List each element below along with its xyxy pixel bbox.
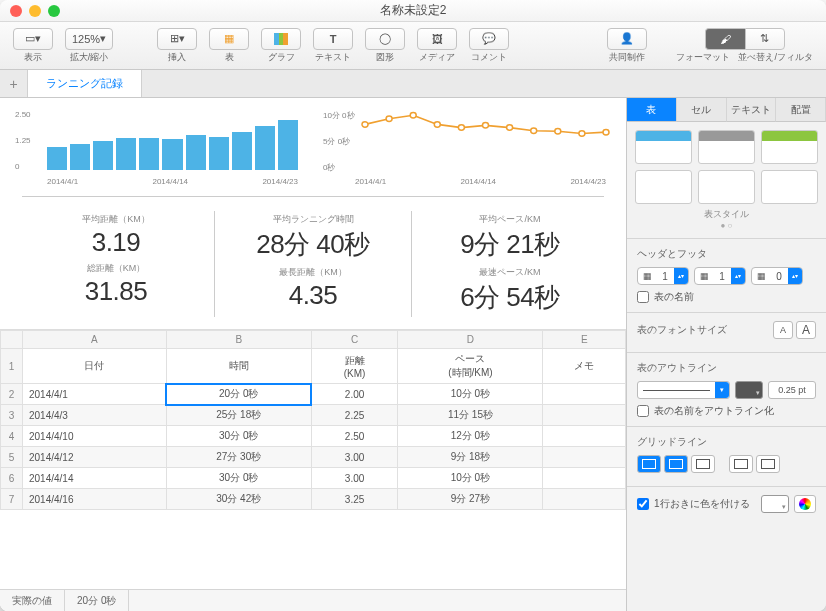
table-button[interactable]: ▦ — [209, 28, 249, 50]
style-thumb[interactable] — [635, 130, 692, 164]
spreadsheet[interactable]: ABCDE1日付時間距離 (KM)ペース (時間/KM)メモ22014/4/12… — [0, 329, 626, 589]
footer-bar: 実際の値 20分 0秒 — [0, 589, 626, 611]
shape-button[interactable]: ◯ — [365, 28, 405, 50]
sort-button[interactable]: ⇅ — [745, 28, 785, 50]
style-thumb[interactable] — [635, 170, 692, 204]
col-header[interactable]: A — [23, 331, 167, 349]
canvas[interactable]: 2.50 1.25 0 2014/4/1 2014/4/14 2014/4/23… — [0, 98, 626, 611]
color-picker-button[interactable] — [794, 495, 816, 513]
sheet-tab[interactable]: ランニング記録 — [28, 70, 142, 97]
bar-chart[interactable]: 2.50 1.25 0 2014/4/1 2014/4/14 2014/4/23 — [15, 108, 303, 188]
style-thumb[interactable] — [698, 170, 755, 204]
alt-row-checkbox[interactable]: 1行おきに色を付ける — [637, 497, 750, 511]
media-button[interactable]: 🖼 — [417, 28, 457, 50]
svg-point-0 — [362, 122, 368, 127]
app-window: 名称未設定2 ▭▾ 表示 125%▾ 拡大/縮小 ⊞▾ 挿入 ▦ 表 グラフ T… — [0, 0, 826, 611]
svg-point-10 — [603, 129, 609, 134]
style-thumb[interactable] — [761, 130, 818, 164]
svg-point-7 — [531, 128, 537, 133]
font-larger-button[interactable]: A — [796, 321, 816, 339]
collab-button[interactable]: 👤 — [607, 28, 647, 50]
tab-text[interactable]: テキスト — [727, 98, 777, 122]
sheet-tabs: + ランニング記録 — [0, 70, 826, 98]
toolbar: ▭▾ 表示 125%▾ 拡大/縮小 ⊞▾ 挿入 ▦ 表 グラフ T テキスト ◯… — [0, 22, 826, 70]
style-thumb[interactable] — [761, 170, 818, 204]
svg-point-2 — [410, 113, 416, 118]
svg-point-4 — [458, 125, 464, 130]
svg-point-3 — [434, 122, 440, 127]
style-thumb[interactable] — [698, 130, 755, 164]
stats-panel: 平均距離（KM） 3.19 総距離（KM） 31.85 平均ランニング時間 28… — [0, 205, 626, 329]
window-title: 名称未設定2 — [0, 2, 826, 19]
chart-icon — [274, 33, 288, 45]
footer-rows-stepper[interactable]: ▦0▴▾ — [751, 267, 803, 285]
table-name-checkbox[interactable]: 表の名前 — [637, 290, 816, 304]
gridline-button[interactable] — [756, 455, 780, 473]
tab-table[interactable]: 表 — [627, 98, 677, 122]
col-header[interactable]: B — [166, 331, 311, 349]
view-button[interactable]: ▭▾ — [13, 28, 53, 50]
format-button[interactable]: 🖌 — [705, 28, 745, 50]
inspector-panel: 表 セル テキスト 配置 表スタイル ● ○ ヘッダとフッタ — [626, 98, 826, 611]
text-button[interactable]: T — [313, 28, 353, 50]
col-header[interactable]: D — [398, 331, 543, 349]
gridline-button[interactable] — [691, 455, 715, 473]
font-smaller-button[interactable]: A — [773, 321, 793, 339]
svg-point-6 — [507, 125, 513, 130]
header-cols-stepper[interactable]: ▦1▴▾ — [694, 267, 746, 285]
outline-width-stepper[interactable]: 0.25 pt — [768, 381, 816, 399]
comment-button[interactable]: 💬 — [469, 28, 509, 50]
add-sheet-button[interactable]: + — [0, 70, 28, 97]
titlebar: 名称未設定2 — [0, 0, 826, 22]
insert-button[interactable]: ⊞▾ — [157, 28, 197, 50]
svg-point-9 — [579, 131, 585, 136]
outline-color-button[interactable]: ▾ — [735, 381, 763, 399]
svg-point-5 — [482, 123, 488, 128]
outline-style-select[interactable]: ▾ — [637, 381, 730, 399]
tab-cell[interactable]: セル — [677, 98, 727, 122]
header-rows-stepper[interactable]: ▦1▴▾ — [637, 267, 689, 285]
gridline-button[interactable] — [664, 455, 688, 473]
svg-point-1 — [386, 116, 392, 121]
alt-row-color-button[interactable]: ▾ — [761, 495, 789, 513]
table-icon: ▦ — [224, 32, 234, 45]
zoom-select[interactable]: 125%▾ — [65, 28, 113, 50]
col-header[interactable]: E — [543, 331, 626, 349]
gridline-button[interactable] — [637, 455, 661, 473]
line-chart[interactable]: 10分 0秒 5分 0秒 0秒 2014/4/1 2014/4/14 2014/… — [323, 108, 611, 188]
chart-button[interactable] — [261, 28, 301, 50]
col-header[interactable]: C — [311, 331, 398, 349]
outline-name-checkbox[interactable]: 表の名前をアウトライン化 — [637, 404, 816, 418]
svg-point-8 — [555, 128, 561, 133]
tab-arrange[interactable]: 配置 — [776, 98, 826, 122]
gridline-button[interactable] — [729, 455, 753, 473]
